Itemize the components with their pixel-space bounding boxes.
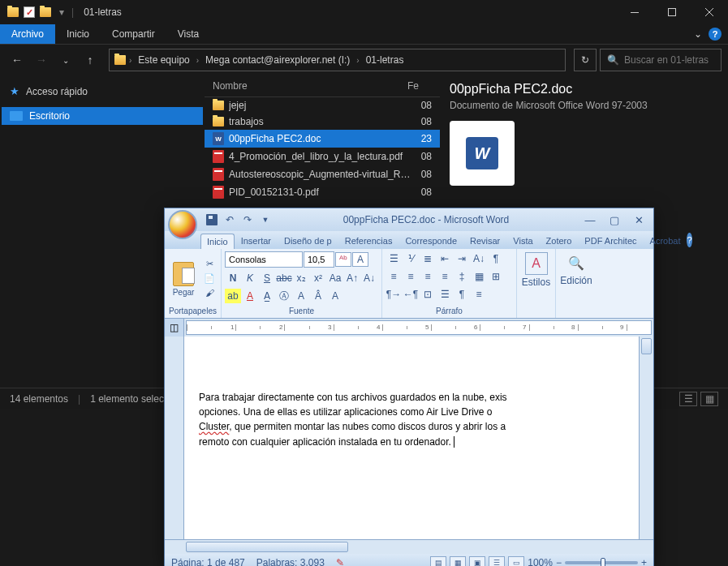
grow-font-button[interactable]: A↑ — [344, 271, 360, 285]
chevron-right-icon[interactable]: › — [356, 56, 359, 65]
tab-insertar[interactable]: Insertar — [235, 233, 278, 249]
ruler-corner[interactable]: ◫ — [165, 319, 184, 337]
ribbon-tab-archivo[interactable]: Archivo — [0, 24, 55, 44]
decrease-indent-button[interactable]: ⇤ — [437, 251, 453, 266]
sidebar-desktop[interactable]: Escritorio — [2, 107, 203, 125]
shading-button[interactable]: ▦ — [471, 269, 487, 284]
find-button[interactable]: 🔍 Edición — [560, 251, 592, 286]
italic-button[interactable]: K — [242, 271, 258, 285]
sidebar-quick-access[interactable]: ★ Acceso rápido — [0, 82, 205, 101]
nav-recent-dropdown[interactable]: ⌄ — [55, 49, 76, 71]
view-print-button[interactable]: ▤ — [430, 556, 446, 566]
explorer-titlebar[interactable]: ✓ ▾ | 01-letras — [0, 0, 728, 24]
column-date[interactable]: Fe — [407, 80, 432, 92]
tab-correspondencia[interactable]: Corresponde — [398, 233, 463, 249]
horizontal-scrollbar[interactable] — [165, 539, 653, 554]
line-spacing-button[interactable]: ‡ — [454, 269, 470, 284]
superscript-button[interactable]: x² — [310, 271, 326, 285]
clear-format-button[interactable]: ᴬᵇ — [335, 252, 351, 267]
breadcrumb-segment[interactable]: Este equipo — [135, 54, 192, 66]
ribbon-expand-icon[interactable]: ⌄ — [694, 28, 702, 40]
para-opt3-button[interactable]: ¶ — [454, 287, 470, 302]
para-opt4-button[interactable]: ≡ — [471, 287, 487, 302]
view-reading-button[interactable]: ▦ — [450, 556, 466, 566]
tab-referencias[interactable]: Referencias — [338, 233, 399, 249]
zoom-level[interactable]: 100% — [528, 557, 553, 566]
tab-acrobat[interactable]: Acrobat — [644, 233, 687, 249]
rtl-button[interactable]: ←¶ — [403, 287, 419, 302]
format-painter-button[interactable]: 🖌 — [202, 286, 217, 299]
increase-indent-button[interactable]: ⇥ — [454, 251, 470, 266]
align-right-button[interactable]: ≡ — [420, 269, 436, 284]
align-center-button[interactable]: ≡ — [403, 269, 419, 284]
chevron-right-icon[interactable]: › — [129, 56, 131, 65]
tab-vista[interactable]: Vista — [506, 233, 539, 249]
search-input[interactable]: 🔍 Buscar en 01-letras — [600, 49, 722, 71]
file-row[interactable]: 4_Promoción_del_libro_y_la_lectura.pdf08 — [205, 148, 440, 165]
refresh-button[interactable]: ↻ — [574, 49, 597, 71]
column-headers[interactable]: Nombre Fe — [205, 75, 440, 97]
redo-button[interactable]: ↷ — [239, 212, 256, 228]
breadcrumb-segment[interactable]: 01-letras — [363, 54, 407, 66]
nav-up-button[interactable]: ↑ — [80, 49, 101, 71]
copy-button[interactable]: 📄 — [202, 272, 217, 285]
zoom-slider[interactable] — [565, 561, 638, 564]
font-color-button[interactable]: A — [242, 289, 258, 303]
styles-button[interactable]: A Estilos — [520, 251, 553, 288]
view-icons-button[interactable]: ▦ — [700, 392, 718, 406]
qat-dropdown[interactable]: ▼ — [257, 212, 274, 228]
file-row[interactable]: W00ppFicha PEC2.doc23 — [205, 130, 440, 148]
paste-button[interactable]: Pegar — [168, 260, 199, 297]
change-case-button[interactable]: Aa — [327, 271, 343, 285]
align-left-button[interactable]: ≡ — [386, 269, 402, 284]
vertical-scrollbar[interactable] — [639, 337, 653, 539]
ribbon-tab-compartir[interactable]: Compartir — [101, 24, 166, 44]
borders-button[interactable]: ⊞ — [488, 269, 504, 284]
zoom-in-button[interactable]: + — [641, 557, 647, 566]
ltr-button[interactable]: ¶→ — [386, 287, 402, 302]
file-row[interactable]: Autostereoscopic_Augmented-virtual_Re...… — [205, 165, 440, 183]
subscript-button[interactable]: x₂ — [293, 271, 309, 285]
ribbon-tab-vista[interactable]: Vista — [166, 24, 210, 44]
scrollbar-thumb[interactable] — [641, 338, 652, 354]
address-bar[interactable]: › Este equipo › Mega contact@airexplorer… — [109, 49, 566, 71]
underline-button[interactable]: S — [259, 271, 275, 285]
nav-back-button[interactable]: ← — [6, 49, 28, 71]
document-page[interactable]: Para trabajar directamente con tus archi… — [184, 337, 639, 539]
breadcrumb-segment[interactable]: Mega contact@airexplorer.net (I:) — [202, 54, 353, 66]
help-icon[interactable]: ? — [687, 233, 691, 247]
para-opt1-button[interactable]: ⊡ — [420, 287, 436, 302]
tab-pdf[interactable]: PDF Architec — [578, 233, 643, 249]
file-row[interactable]: jejej08 — [205, 97, 440, 114]
tab-inicio[interactable]: Inicio — [200, 234, 235, 249]
document-text[interactable]: Para trabajar directamente con tus archi… — [199, 390, 624, 449]
minimize-button[interactable] — [616, 0, 653, 24]
status-words[interactable]: Palabras: 3.093 — [256, 557, 325, 566]
phonetic-button[interactable]: Â — [310, 289, 326, 303]
shrink-font-button[interactable]: A↓ — [361, 271, 377, 285]
qat-dropdown-icon[interactable]: ▾ — [55, 6, 68, 19]
ruler-vertical[interactable] — [165, 337, 184, 539]
char-shading-button[interactable]: A̲ — [259, 289, 275, 303]
file-row[interactable]: PID_00152131-0.pdf08 — [205, 183, 440, 201]
para-opt2-button[interactable]: ☰ — [437, 287, 453, 302]
multilevel-button[interactable]: ≣ — [420, 251, 436, 266]
sort-button[interactable]: A↓ — [471, 251, 487, 266]
bullets-button[interactable]: ☰ — [386, 251, 402, 266]
bold-button[interactable]: N — [225, 271, 241, 285]
show-marks-button[interactable]: ¶ — [488, 251, 504, 266]
enclose-button[interactable]: Ⓐ — [276, 289, 292, 303]
chevron-right-icon[interactable]: › — [196, 56, 199, 65]
file-row[interactable]: trabajos08 — [205, 114, 440, 130]
column-name[interactable]: Nombre — [213, 80, 407, 92]
cut-button[interactable]: ✂ — [202, 257, 217, 270]
close-button[interactable]: ✕ — [627, 212, 650, 228]
char-border-button[interactable]: A — [352, 252, 368, 267]
highlight-button[interactable]: ab — [225, 289, 241, 303]
nav-forward-button[interactable]: → — [31, 49, 52, 71]
tab-revisar[interactable]: Revisar — [463, 233, 506, 249]
justify-button[interactable]: ≡ — [437, 269, 453, 284]
view-draft-button[interactable]: ▭ — [508, 556, 524, 566]
font-name-input[interactable]: Consolas — [225, 251, 303, 268]
scrollbar-thumb[interactable] — [186, 542, 348, 552]
